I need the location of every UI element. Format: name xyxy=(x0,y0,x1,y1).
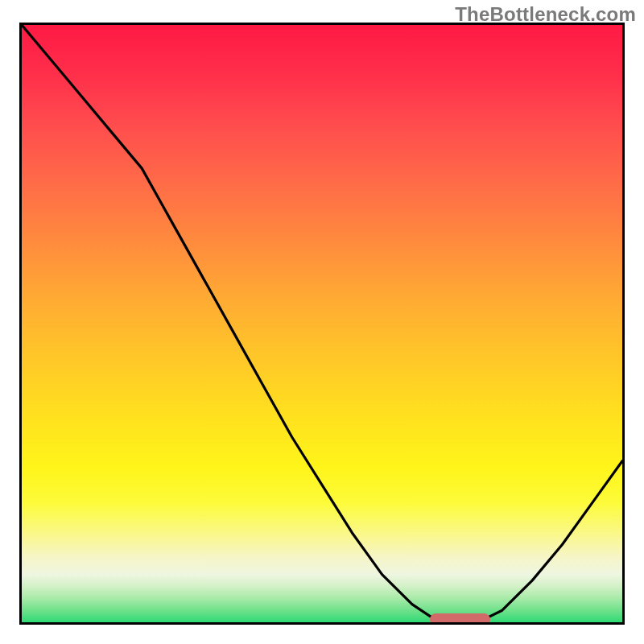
optimal-marker xyxy=(430,613,490,625)
chart-container: TheBottleneck.com xyxy=(0,0,644,644)
bottleneck-curve xyxy=(22,25,622,622)
watermark-text: TheBottleneck.com xyxy=(455,3,636,26)
plot-frame xyxy=(19,23,625,625)
